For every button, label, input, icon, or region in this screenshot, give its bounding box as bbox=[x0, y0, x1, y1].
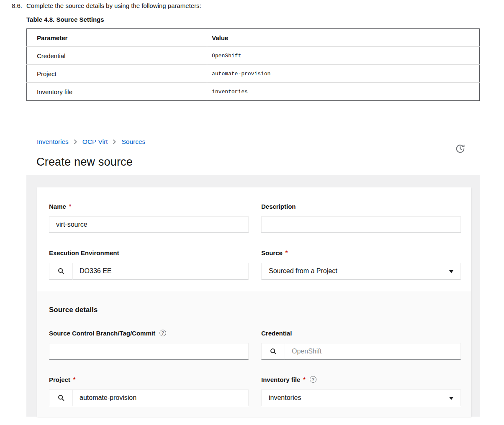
history-icon[interactable] bbox=[455, 144, 465, 155]
credential-lookup bbox=[261, 343, 461, 360]
inventory-file-label: Inventory file * ? bbox=[261, 376, 316, 383]
table-row: Project automate-provision bbox=[27, 65, 480, 83]
project-input[interactable] bbox=[73, 389, 249, 406]
execution-environment-label: Execution Environment bbox=[49, 249, 119, 256]
cell-parameter: Credential bbox=[27, 47, 207, 65]
breadcrumb-item-ocp-virt[interactable]: OCP Virt bbox=[82, 138, 108, 146]
execution-environment-input[interactable] bbox=[73, 263, 249, 279]
project-label: Project * bbox=[49, 376, 75, 383]
page-title: Create new source bbox=[36, 156, 133, 169]
breadcrumb-item-sources[interactable]: Sources bbox=[121, 138, 145, 146]
source-select-value: Sourced from a Project bbox=[269, 267, 337, 275]
inventory-file-select-value: inventories bbox=[269, 394, 301, 402]
caret-down-icon bbox=[449, 397, 453, 400]
search-icon[interactable] bbox=[49, 263, 73, 279]
description-input[interactable] bbox=[261, 216, 461, 233]
caret-down-icon bbox=[449, 270, 453, 273]
inventory-file-select[interactable]: inventories bbox=[261, 389, 461, 406]
required-asterisk: * bbox=[69, 203, 71, 210]
source-select[interactable]: Sourced from a Project bbox=[261, 263, 461, 279]
table-caption: Table 4.8. Source Settings bbox=[26, 16, 104, 23]
credential-label: Credential bbox=[261, 329, 292, 337]
execution-environment-lookup bbox=[49, 263, 249, 279]
angle-right-icon bbox=[112, 139, 117, 144]
doc-step-text: Complete the source details by using the… bbox=[26, 2, 201, 9]
create-source-form-card: Name * Description Execution Environment… bbox=[37, 187, 471, 417]
scm-branch-label: Source Control Branch/Tag/Commit ? bbox=[49, 329, 166, 337]
name-label: Name * bbox=[49, 202, 71, 210]
source-settings-table: Parameter Value Credential OpenShift Pro… bbox=[26, 28, 480, 101]
question-circle-icon[interactable]: ? bbox=[159, 330, 166, 336]
breadcrumb-item-inventories[interactable]: Inventories bbox=[37, 138, 69, 146]
table-header-row: Parameter Value bbox=[27, 29, 480, 47]
credential-input[interactable] bbox=[285, 343, 461, 360]
breadcrumb: Inventories OCP Virt Sources bbox=[37, 138, 145, 146]
scm-branch-input[interactable] bbox=[49, 343, 249, 360]
source-label: Source * bbox=[261, 249, 288, 256]
required-asterisk: * bbox=[73, 376, 75, 383]
description-label: Description bbox=[261, 202, 296, 210]
col-header-parameter: Parameter bbox=[27, 29, 207, 47]
cell-value: automate-provision bbox=[207, 65, 480, 83]
table-row: Credential OpenShift bbox=[27, 47, 480, 65]
cell-value: OpenShift bbox=[207, 47, 480, 65]
cell-parameter: Project bbox=[27, 65, 207, 83]
doc-step-number: 8.6. bbox=[12, 2, 26, 9]
search-icon[interactable] bbox=[49, 389, 73, 406]
required-asterisk: * bbox=[285, 249, 288, 256]
question-circle-icon[interactable]: ? bbox=[310, 376, 316, 383]
col-header-value: Value bbox=[207, 29, 480, 47]
cell-parameter: Inventory file bbox=[27, 83, 207, 101]
name-input[interactable] bbox=[49, 216, 249, 233]
angle-right-icon bbox=[73, 139, 78, 144]
source-details-heading: Source details bbox=[49, 306, 98, 314]
project-lookup bbox=[49, 389, 249, 406]
cell-value: inventories bbox=[207, 83, 480, 101]
table-row: Inventory file inventories bbox=[27, 83, 480, 101]
doc-step-line: 8.6. Complete the source details by usin… bbox=[12, 2, 201, 9]
required-asterisk: * bbox=[303, 376, 305, 383]
search-icon[interactable] bbox=[261, 343, 285, 360]
